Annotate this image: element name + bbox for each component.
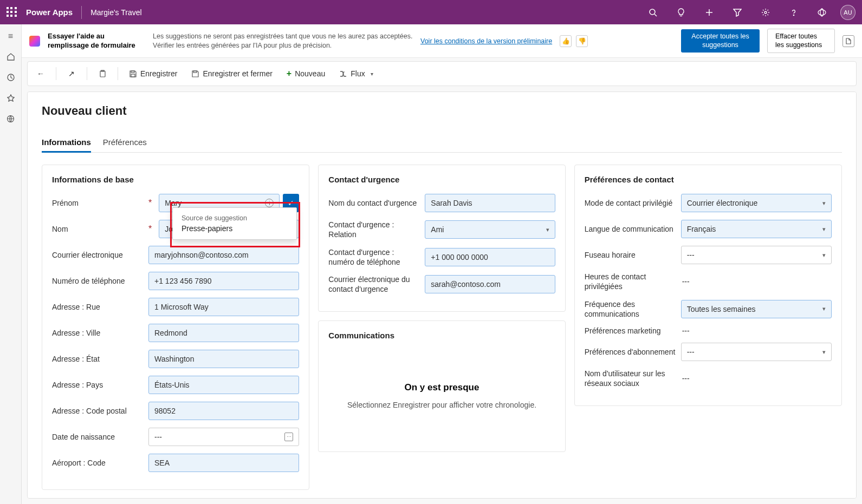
basic-info-section: Informations de base Prénom * Maryi ✓ So… [42, 165, 309, 490]
city-input[interactable]: Redmond [148, 324, 299, 342]
recent-icon[interactable] [4, 71, 17, 84]
tab-preferences[interactable]: Préférences [103, 133, 147, 152]
user-avatar[interactable]: AU [840, 5, 855, 20]
globe-icon[interactable] [4, 112, 17, 125]
ai-terms-link[interactable]: Voir les conditions de la version prélim… [420, 37, 552, 45]
clear-all-button[interactable]: Effacer toutes les suggestions [767, 29, 835, 53]
timeline-empty-title: On y est presque [339, 382, 544, 393]
state-input[interactable]: Washington [148, 350, 299, 368]
communications-section: Communications On y est presque Sélectio… [318, 320, 565, 452]
pref-lang-label: Langue de communication [585, 225, 676, 233]
svg-point-7 [818, 10, 826, 15]
section-header: Préférences de contact [585, 175, 832, 184]
pref-freq-select[interactable]: Toutes les semaines▾ [681, 300, 832, 318]
assistant-icon[interactable] [812, 3, 832, 22]
info-icon[interactable]: i [265, 199, 274, 207]
dob-label: Date de naissance [52, 433, 143, 441]
country-input[interactable]: États-Unis [148, 376, 299, 394]
pref-sub-label: Préférences d'abonnement [585, 348, 676, 356]
pref-mode-label: Mode de contact privilégié [585, 199, 676, 207]
new-button[interactable]: +Nouveau [283, 67, 328, 81]
chevron-down-icon: ▾ [822, 305, 826, 312]
pref-sub-select[interactable]: ---▾ [681, 343, 832, 361]
zip-input[interactable]: 98052 [148, 402, 299, 420]
pref-freq-label: Fréquence des communications [585, 299, 676, 319]
svg-point-6 [793, 15, 794, 15]
flow-button[interactable]: Flux▾ [336, 67, 376, 80]
svg-point-0 [650, 9, 655, 15]
environment-name[interactable]: Margie's Travel [90, 8, 141, 17]
required-indicator: * [148, 224, 152, 234]
add-icon[interactable] [699, 3, 719, 22]
pref-lang-select[interactable]: Français▾ [681, 220, 832, 238]
save-button[interactable]: Enregistrer [126, 67, 180, 80]
emerg-email-input[interactable]: sarah@contoso.com [425, 275, 555, 293]
street-label: Adresse : Rue [52, 303, 143, 311]
pref-social-label: Nom d'utilisateur sur les réseaux sociau… [585, 369, 676, 388]
emerg-rel-label: Contact d'urgence : Relation [328, 220, 419, 239]
thumbs-down-icon[interactable]: 👎 [576, 35, 588, 47]
clipboard-icon[interactable] [95, 68, 110, 80]
left-rail: ≡ [0, 24, 22, 504]
contact-preferences-section: Préférences de contact Mode de contact p… [574, 165, 842, 406]
street-input[interactable]: 1 Microsoft Way [148, 298, 299, 316]
tooltip-label: Source de suggestion [182, 214, 288, 222]
pref-hours-value: --- [681, 277, 690, 286]
open-new-icon[interactable]: ↗ [64, 67, 79, 80]
tab-informations[interactable]: Informations [42, 133, 91, 153]
thumbs-up-icon[interactable]: 👍 [560, 35, 572, 47]
country-label: Adresse : Pays [52, 381, 143, 389]
emerg-name-input[interactable]: Sarah Davis [425, 194, 555, 212]
email-input[interactable]: maryjohnson@contoso.com [148, 246, 299, 264]
email-label: Courrier électronique [52, 251, 143, 259]
feedback-buttons: 👍 👎 [560, 35, 588, 47]
calendar-icon[interactable]: ⋯ [284, 433, 293, 441]
pref-hours-label: Heures de contact privilégiées [585, 272, 676, 291]
dob-input[interactable]: ---⋯ [148, 428, 299, 446]
city-label: Adresse : Ville [52, 329, 143, 337]
pref-mkt-value: --- [681, 326, 690, 335]
state-label: Adresse : État [52, 355, 143, 363]
emerg-rel-select[interactable]: Ami▾ [425, 220, 555, 239]
suggestion-source-tooltip: Source de suggestion Presse-papiers [172, 207, 297, 240]
search-icon[interactable] [643, 3, 663, 22]
ai-bar-description: Les suggestions ne seront pas enregistré… [153, 32, 413, 50]
chevron-down-icon: ▾ [546, 226, 549, 233]
save-close-button[interactable]: Enregistrer et fermer [188, 67, 275, 80]
emerg-name-label: Nom du contact d'urgence [328, 199, 419, 207]
app-launcher-icon[interactable] [7, 7, 17, 18]
form-page: Nouveau client Informations Préférences … [27, 91, 857, 499]
lastname-label: Nom [52, 225, 143, 233]
ai-suggestion-bar: Essayer l'aide au remplissage de formula… [22, 24, 862, 58]
pref-mode-select[interactable]: Courrier électronique▾ [681, 194, 832, 212]
tabs: Informations Préférences [42, 133, 842, 153]
divider [81, 6, 82, 19]
pref-mkt-label: Préférences marketing [585, 326, 676, 335]
top-app-bar: Power Apps Margie's Travel AU [0, 0, 862, 24]
filter-icon[interactable] [728, 3, 747, 22]
section-header: Communications [328, 331, 555, 340]
pref-tz-select[interactable]: ---▾ [681, 246, 832, 264]
airport-input[interactable]: SEA [148, 454, 299, 472]
copilot-toggle-icon[interactable] [842, 35, 854, 47]
pinned-icon[interactable] [4, 91, 17, 104]
phone-input[interactable]: +1 123 456 7890 [148, 272, 299, 290]
accept-all-button[interactable]: Accepter toutes les suggestions [681, 29, 760, 53]
emerg-phone-input[interactable]: +1 000 000 0000 [425, 248, 555, 266]
menu-icon[interactable]: ≡ [4, 30, 17, 43]
idea-icon[interactable] [671, 3, 691, 22]
emerg-phone-label: Contact d'urgence : numéro de téléphone [328, 247, 419, 267]
back-button[interactable]: ← [33, 67, 48, 80]
pref-tz-label: Fuseau horaire [585, 251, 676, 259]
required-indicator: * [148, 198, 152, 208]
page-title: Nouveau client [42, 104, 842, 118]
home-icon[interactable] [4, 50, 17, 63]
brand-label: Power Apps [26, 8, 73, 17]
emergency-contact-section: Contact d'urgence Nom du contact d'urgen… [318, 165, 565, 312]
svg-rect-14 [131, 74, 135, 77]
airport-label: Aéroport : Code [52, 459, 143, 467]
svg-rect-13 [131, 71, 134, 73]
help-icon[interactable] [784, 3, 803, 22]
settings-icon[interactable] [756, 3, 775, 22]
timeline-empty-text: Sélectionnez Enregistrer pour afficher v… [339, 401, 544, 409]
